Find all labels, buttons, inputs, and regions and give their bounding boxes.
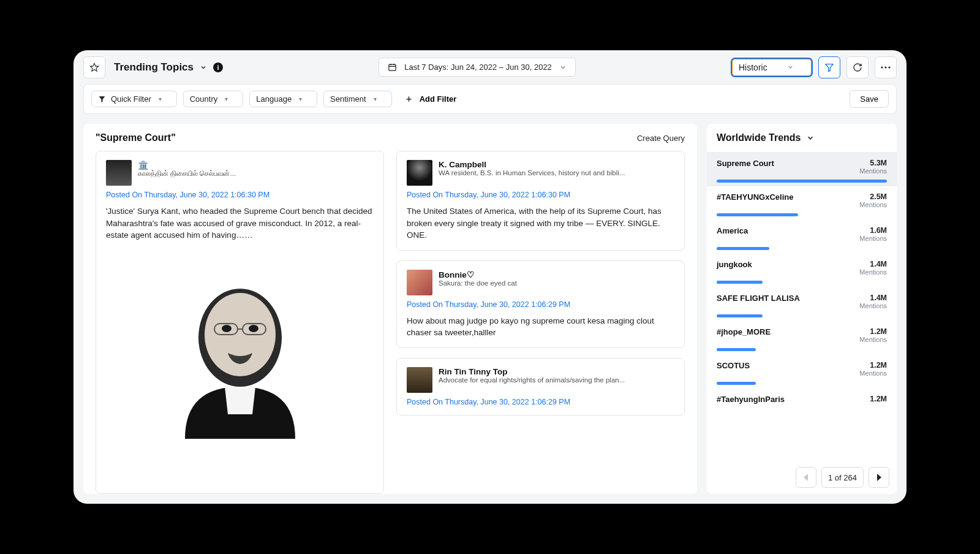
mode-select[interactable]: Historic bbox=[731, 58, 812, 77]
trend-item[interactable]: America 1.6M Mentions bbox=[707, 220, 897, 254]
trend-count: 1.4M bbox=[859, 294, 887, 302]
posted-on: Posted On Thursday, June 30, 2022 1:06:3… bbox=[106, 191, 374, 199]
svg-marker-5 bbox=[826, 64, 833, 71]
trend-item[interactable]: #TaehyungInParis 1.2M bbox=[707, 389, 897, 408]
feed-columns: 🏛️ காலத்தின் திசையில் செல்பவன்... Posted… bbox=[96, 151, 685, 494]
trend-item[interactable]: jungkook 1.4M Mentions bbox=[707, 254, 897, 287]
post-card[interactable]: Bonnie♡ Sakura: the doe eyed cat Posted … bbox=[396, 260, 685, 348]
refresh-button[interactable] bbox=[846, 56, 869, 78]
svg-marker-18 bbox=[804, 474, 808, 481]
feed-column-right: K. Campbell WA resident, B.S. in Human S… bbox=[396, 151, 685, 494]
content-row: "Supreme Court" Create Query 🏛️ காலத் bbox=[74, 114, 907, 504]
avatar bbox=[407, 367, 432, 393]
title-dropdown[interactable] bbox=[200, 64, 207, 71]
trend-bar bbox=[717, 213, 798, 216]
caret-left-icon bbox=[803, 474, 809, 481]
trend-count: 1.4M bbox=[859, 260, 887, 268]
save-button[interactable]: Save bbox=[850, 90, 889, 108]
feed-column-left: 🏛️ காலத்தின் திசையில் செல்பவன்... Posted… bbox=[96, 151, 384, 494]
main-header: "Supreme Court" Create Query bbox=[96, 132, 685, 143]
post-card[interactable]: Rin Tin Tinny Top Advocate for equal rig… bbox=[396, 358, 685, 416]
country-filter[interactable]: Country ▾ bbox=[183, 91, 244, 107]
post-card[interactable]: K. Campbell WA resident, B.S. in Human S… bbox=[396, 151, 685, 251]
calendar-icon bbox=[388, 63, 397, 72]
avatar bbox=[106, 160, 132, 186]
author-name: Rin Tin Tinny Top bbox=[439, 367, 625, 376]
plus-icon: ＋ bbox=[404, 93, 413, 105]
trend-item[interactable]: #TAEHYUNGxCeline 2.5M Mentions bbox=[707, 186, 897, 220]
pager-prev[interactable] bbox=[796, 467, 816, 488]
trend-bar bbox=[717, 247, 769, 250]
language-filter[interactable]: Language ▾ bbox=[249, 91, 317, 107]
trend-count: 1.2M bbox=[859, 327, 887, 336]
sentiment-filter-label: Sentiment bbox=[330, 94, 366, 104]
trend-sub: Mentions bbox=[859, 235, 887, 242]
topbar-right: Historic bbox=[731, 56, 897, 78]
date-range-text: Last 7 Days: Jun 24, 2022 – Jun 30, 2022 bbox=[404, 63, 552, 72]
trend-name: #jhope_MORE bbox=[717, 327, 771, 336]
avatar bbox=[407, 270, 432, 295]
caret-right-icon bbox=[876, 474, 882, 481]
funnel-icon bbox=[98, 95, 106, 103]
trend-item[interactable]: #jhope_MORE 1.2M Mentions bbox=[707, 321, 897, 355]
title-group: Trending Topics i bbox=[114, 61, 223, 74]
svg-marker-9 bbox=[99, 96, 105, 102]
quick-filter-label: Quick Filter bbox=[111, 94, 151, 104]
trend-count: 1.6M bbox=[859, 226, 887, 235]
svg-point-8 bbox=[888, 66, 890, 68]
refresh-icon bbox=[853, 63, 862, 72]
pager-next[interactable] bbox=[869, 467, 889, 488]
pager-text: 1 of 264 bbox=[821, 467, 864, 488]
author-bio: WA resident, B.S. in Human Services, his… bbox=[439, 169, 625, 176]
trend-item[interactable]: Supreme Court 5.3M Mentions bbox=[707, 153, 897, 186]
trend-name: Supreme Court bbox=[717, 159, 774, 168]
trends-header[interactable]: Worldwide Trends bbox=[707, 124, 897, 153]
filter-icon bbox=[824, 63, 834, 72]
trend-count: 5.3M bbox=[859, 159, 887, 167]
avatar bbox=[407, 160, 432, 186]
trends-panel: Worldwide Trends Supreme Court 5.3M Ment… bbox=[707, 124, 897, 494]
author-name: Bonnie♡ bbox=[439, 270, 517, 279]
trend-bar bbox=[717, 281, 763, 284]
trend-bar bbox=[717, 348, 756, 351]
create-query-link[interactable]: Create Query bbox=[637, 134, 685, 143]
trend-sub: Mentions bbox=[859, 370, 887, 377]
trend-item[interactable]: SCOTUS 1.2M Mentions bbox=[707, 355, 897, 389]
caret-down-icon: ▾ bbox=[374, 96, 377, 102]
trend-count: 2.5M bbox=[859, 192, 887, 201]
favorite-button[interactable] bbox=[83, 56, 105, 78]
trend-count: 1.2M bbox=[859, 361, 887, 370]
trend-name: #TAEHYUNGxCeline bbox=[717, 192, 793, 202]
caret-down-icon: ▾ bbox=[299, 96, 302, 102]
info-icon[interactable]: i bbox=[213, 63, 223, 72]
post-emoji: 🏛️ bbox=[138, 160, 148, 170]
posted-on: Posted On Thursday, June 30, 2022 1:06:2… bbox=[407, 398, 674, 406]
sentiment-filter[interactable]: Sentiment ▾ bbox=[323, 91, 392, 107]
app-frame: Trending Topics i Last 7 Days: Jun 24, 2… bbox=[74, 50, 907, 504]
trends-title: Worldwide Trends bbox=[717, 132, 801, 143]
trend-item[interactable]: SAFE FLIGHT LALISA 1.4M Mentions bbox=[707, 287, 897, 321]
trend-bar bbox=[717, 382, 756, 385]
filter-bar: Quick Filter ▾ Country ▾ Language ▾ Sent… bbox=[83, 84, 897, 114]
trend-count: 1.2M bbox=[870, 395, 887, 403]
author-bio: Sakura: the doe eyed cat bbox=[439, 279, 517, 287]
svg-marker-19 bbox=[877, 474, 881, 481]
post-card[interactable]: 🏛️ காலத்தின் திசையில் செல்பவன்... Posted… bbox=[96, 151, 384, 494]
trend-bar bbox=[717, 314, 763, 317]
caret-down-icon: ▾ bbox=[225, 96, 228, 102]
chevron-down-icon bbox=[806, 134, 815, 142]
date-range-picker[interactable]: Last 7 Days: Jun 24, 2022 – Jun 30, 2022 bbox=[379, 58, 576, 77]
main-panel: "Supreme Court" Create Query 🏛️ காலத் bbox=[83, 124, 697, 494]
svg-point-7 bbox=[884, 66, 886, 68]
svg-rect-1 bbox=[389, 64, 396, 70]
filter-toggle-button[interactable] bbox=[818, 56, 840, 78]
trend-name: SCOTUS bbox=[717, 361, 750, 370]
add-filter-label: Add Filter bbox=[420, 94, 457, 104]
quick-filter-button[interactable]: Quick Filter ▾ bbox=[91, 91, 177, 107]
more-button[interactable] bbox=[875, 56, 897, 78]
add-filter-button[interactable]: ＋ Add Filter bbox=[398, 89, 463, 108]
pager: 1 of 264 bbox=[707, 461, 897, 494]
author-name: K. Campbell bbox=[439, 160, 625, 169]
language-filter-label: Language bbox=[256, 94, 292, 104]
posted-on: Posted On Thursday, June 30, 2022 1:06:3… bbox=[407, 191, 674, 199]
